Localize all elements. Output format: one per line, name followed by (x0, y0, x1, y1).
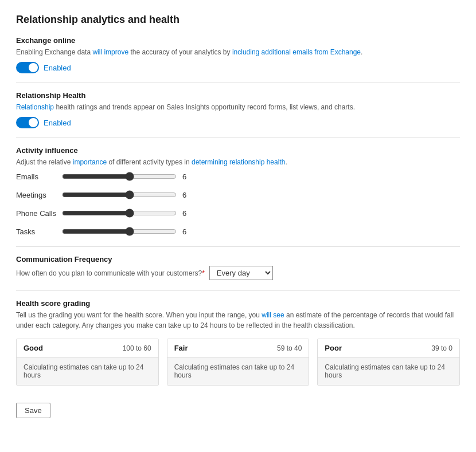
grading-card-good-body: Calculating estimates can take up to 24 … (17, 357, 158, 385)
comm-freq-row: How often do you plan to communicate wit… (16, 266, 460, 280)
grading-card-fair-header: Fair 59 to 40 (167, 339, 309, 357)
exchange-toggle[interactable] (16, 62, 39, 73)
grading-card-poor-title: Poor (325, 344, 342, 352)
grading-card-fair-range: 59 to 40 (277, 344, 302, 352)
divider-4 (16, 290, 460, 291)
relationship-health-title: Relationship Health (16, 91, 460, 100)
relationship-health-toggle-label: Enabled (44, 119, 71, 127)
slider-row-emails: Emails 6 (16, 172, 460, 181)
determining-link: determining relationship health (192, 158, 285, 166)
grading-card-good: Good 100 to 60 Calculating estimates can… (16, 339, 159, 386)
relationship-link: Relationship (16, 103, 54, 111)
slider-tasks[interactable] (62, 227, 177, 236)
slider-row-phone-calls: Phone Calls 6 (16, 209, 460, 218)
communication-frequency-section: Communication Frequency How often do you… (16, 255, 460, 280)
grading-card-good-header: Good 100 to 60 (17, 339, 158, 357)
slider-row-meetings: Meetings 6 (16, 190, 460, 199)
grading-card-fair-title: Fair (174, 344, 188, 352)
comm-freq-question: How often do you plan to communicate wit… (16, 269, 205, 277)
exchange-toggle-row: Enabled (16, 62, 460, 73)
activity-influence-desc: Adjust the relative importance of differ… (16, 157, 460, 167)
health-score-grading-section: Health score grading Tell us the grading… (16, 299, 460, 386)
health-score-grading-title: Health score grading (16, 299, 460, 308)
slider-label-phone-calls: Phone Calls (16, 209, 62, 218)
comm-freq-select[interactable]: Every day Every week Every month (209, 266, 273, 280)
relationship-health-toggle-row: Enabled (16, 117, 460, 128)
slider-value-phone-calls: 6 (182, 209, 194, 218)
grading-card-poor: Poor 39 to 0 Calculating estimates can t… (317, 339, 460, 386)
relationship-health-toggle[interactable] (16, 117, 39, 128)
slider-label-emails: Emails (16, 172, 62, 181)
grading-card-good-title: Good (24, 344, 43, 352)
slider-phone-calls[interactable] (62, 209, 177, 218)
slider-value-tasks: 6 (182, 227, 194, 236)
divider-3 (16, 246, 460, 247)
grading-card-poor-range: 39 to 0 (431, 344, 452, 352)
grading-card-fair-body: Calculating estimates can take up to 24 … (167, 357, 309, 385)
importance-link: importance (73, 158, 107, 166)
slider-label-tasks: Tasks (16, 227, 62, 236)
health-score-grading-desc: Tell us the grading you want for the hea… (16, 310, 460, 331)
exchange-toggle-label: Enabled (44, 64, 71, 72)
grading-card-poor-body: Calculating estimates can take up to 24 … (318, 357, 459, 385)
grading-card-good-range: 100 to 60 (123, 344, 151, 352)
save-button[interactable]: Save (16, 403, 50, 418)
divider-2 (16, 137, 460, 138)
grading-cards: Good 100 to 60 Calculating estimates can… (16, 339, 460, 386)
slider-row-tasks: Tasks 6 (16, 227, 460, 236)
activity-influence-section: Activity influence Adjust the relative i… (16, 146, 460, 236)
exchange-will-improve-link: will improve (92, 48, 128, 56)
will-see-link: will see (262, 311, 284, 319)
exchange-including-link: including additional emails from Exchang… (232, 48, 361, 56)
slider-value-emails: 6 (182, 172, 194, 181)
divider-1 (16, 82, 460, 83)
slider-label-meetings: Meetings (16, 191, 62, 199)
comm-freq-title: Communication Frequency (16, 255, 460, 264)
slider-meetings[interactable] (62, 190, 177, 199)
grading-card-fair: Fair 59 to 40 Calculating estimates can … (167, 339, 310, 386)
slider-value-meetings: 6 (182, 191, 194, 199)
activity-influence-title: Activity influence (16, 146, 460, 155)
slider-emails[interactable] (62, 172, 177, 181)
grading-card-poor-header: Poor 39 to 0 (318, 339, 459, 357)
relationship-health-desc: Relationship health ratings and trends a… (16, 102, 460, 112)
exchange-online-desc: Enabling Exchange data will improve the … (16, 47, 460, 57)
page-title: Relationship analytics and health (16, 14, 460, 26)
exchange-online-title: Exchange online (16, 36, 460, 45)
